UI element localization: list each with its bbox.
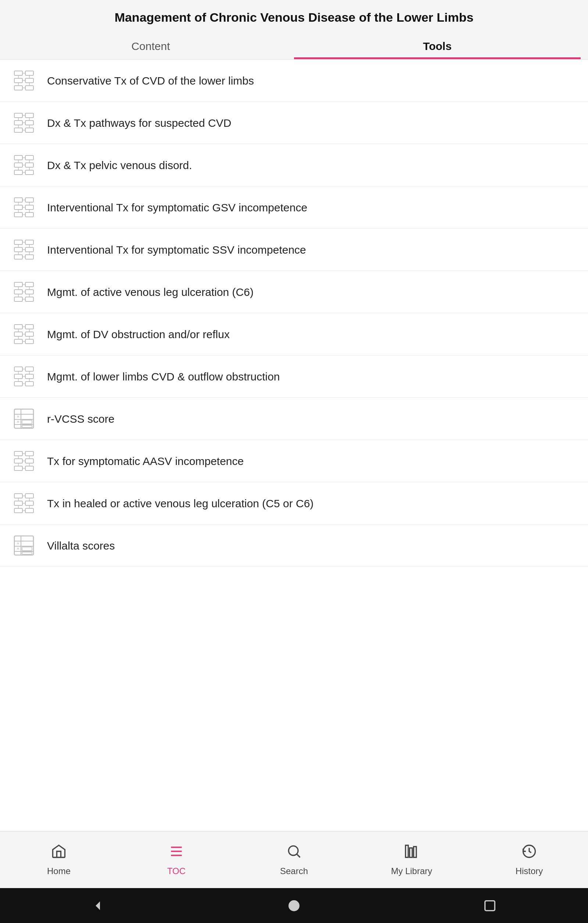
header: Management of Chronic Venous Disease of … xyxy=(0,0,588,59)
svg-rect-154 xyxy=(410,848,412,857)
svg-rect-70 xyxy=(25,297,33,301)
svg-rect-15 xyxy=(14,121,22,125)
page-title: Management of Chronic Venous Disease of … xyxy=(7,10,581,32)
svg-rect-69 xyxy=(14,297,22,301)
svg-rect-94 xyxy=(25,374,33,379)
list-item[interactable]: Dx & Tx pathways for suspected CVD xyxy=(0,102,588,144)
recents-button[interactable] xyxy=(480,895,500,916)
svg-rect-147 xyxy=(22,552,32,554)
svg-rect-31 xyxy=(25,170,33,175)
item-icon xyxy=(11,321,37,347)
svg-marker-156 xyxy=(95,901,100,910)
svg-rect-2 xyxy=(14,78,22,83)
item-label: Interventional Tx for symptomatic GSV in… xyxy=(47,200,307,215)
svg-rect-82 xyxy=(14,339,22,344)
svg-rect-53 xyxy=(25,240,33,245)
toc-icon xyxy=(168,843,184,863)
svg-rect-153 xyxy=(406,846,408,857)
list-item[interactable]: Tx for symptomatic AASV incompetence xyxy=(0,440,588,482)
svg-rect-44 xyxy=(25,212,33,217)
search-icon xyxy=(286,843,302,863)
svg-rect-17 xyxy=(14,128,22,132)
svg-rect-26 xyxy=(14,156,22,160)
svg-rect-13 xyxy=(14,113,22,118)
tab-active-indicator xyxy=(294,57,581,59)
nav-history[interactable]: History xyxy=(470,839,588,880)
item-icon: ✕ ✕ xyxy=(11,533,37,558)
svg-rect-96 xyxy=(25,381,33,386)
item-label: Mgmt. of active venous leg ulceration (C… xyxy=(47,285,254,299)
svg-rect-127 xyxy=(25,494,33,498)
list-item[interactable]: Interventional Tx for symptomatic GSV in… xyxy=(0,186,588,228)
nav-home-label: Home xyxy=(47,866,71,876)
tab-bar: Content Tools xyxy=(7,32,581,59)
list-item[interactable]: Conservative Tx of CVD of the lower limb… xyxy=(0,59,588,102)
svg-text:✕: ✕ xyxy=(16,420,20,424)
nav-search[interactable]: Search xyxy=(235,839,353,880)
item-icon xyxy=(11,279,37,305)
tab-tools[interactable]: Tools xyxy=(294,32,581,59)
svg-rect-54 xyxy=(14,247,22,252)
svg-rect-131 xyxy=(25,508,33,513)
svg-rect-14 xyxy=(25,113,33,118)
svg-rect-66 xyxy=(25,282,33,287)
svg-rect-40 xyxy=(25,198,33,202)
nav-history-label: History xyxy=(516,866,543,876)
svg-rect-39 xyxy=(14,198,22,202)
svg-rect-65 xyxy=(14,282,22,287)
bottom-navigation: Home TOC Search My Library xyxy=(0,831,588,888)
history-icon xyxy=(521,843,537,863)
svg-point-151 xyxy=(289,846,298,856)
item-icon xyxy=(11,490,37,516)
list-item[interactable]: Mgmt. of DV obstruction and/or reflux xyxy=(0,313,588,355)
list-item[interactable]: Mgmt. of active venous leg ulceration (C… xyxy=(0,271,588,313)
svg-rect-79 xyxy=(25,325,33,329)
svg-rect-29 xyxy=(25,163,33,167)
svg-rect-128 xyxy=(14,501,22,506)
list-item[interactable]: Interventional Tx for symptomatic SSV in… xyxy=(0,228,588,271)
list-item[interactable]: ✕ ✕ Villalta scores xyxy=(0,524,588,567)
svg-rect-52 xyxy=(14,240,22,245)
svg-rect-55 xyxy=(25,247,33,252)
item-icon xyxy=(11,67,37,94)
nav-toc[interactable]: TOC xyxy=(118,839,235,880)
nav-search-label: Search xyxy=(280,866,308,876)
list-item[interactable]: Tx in healed or active venous leg ulcera… xyxy=(0,482,588,524)
item-label: r-VCSS score xyxy=(47,412,114,426)
svg-rect-118 xyxy=(25,466,33,470)
item-icon xyxy=(11,448,37,474)
svg-rect-30 xyxy=(14,170,22,175)
svg-rect-56 xyxy=(14,255,22,259)
svg-rect-80 xyxy=(14,332,22,336)
svg-text:✕: ✕ xyxy=(16,415,20,419)
back-button[interactable] xyxy=(88,895,108,916)
svg-rect-0 xyxy=(14,71,22,76)
item-icon xyxy=(11,363,37,389)
item-label: Dx & Tx pelvic venous disord. xyxy=(47,158,192,172)
svg-rect-155 xyxy=(414,847,416,857)
item-icon xyxy=(11,152,37,178)
svg-rect-91 xyxy=(14,367,22,371)
item-label: Villalta scores xyxy=(47,539,115,553)
svg-rect-27 xyxy=(25,156,33,160)
svg-rect-83 xyxy=(25,339,33,344)
svg-line-152 xyxy=(297,854,300,857)
android-navbar xyxy=(0,888,588,923)
svg-rect-95 xyxy=(14,381,22,386)
tab-content[interactable]: Content xyxy=(7,32,294,59)
item-label: Tx in healed or active venous leg ulcera… xyxy=(47,496,314,511)
nav-home[interactable]: Home xyxy=(0,839,118,880)
nav-my-library[interactable]: My Library xyxy=(353,839,470,880)
svg-rect-78 xyxy=(14,325,22,329)
list-item[interactable]: Dx & Tx pelvic venous disord. xyxy=(0,144,588,186)
list-item[interactable]: ✕ ✕ r-VCSS score xyxy=(0,398,588,440)
svg-rect-114 xyxy=(25,452,33,456)
list-item[interactable]: Mgmt. of lower limbs CVD & outflow obstr… xyxy=(0,355,588,398)
item-label: Interventional Tx for symptomatic SSV in… xyxy=(47,243,306,257)
svg-rect-130 xyxy=(14,508,22,513)
home-button[interactable] xyxy=(284,895,304,916)
item-icon xyxy=(11,194,37,220)
home-icon xyxy=(51,843,67,863)
svg-text:✕: ✕ xyxy=(16,547,20,551)
svg-rect-113 xyxy=(14,452,22,456)
